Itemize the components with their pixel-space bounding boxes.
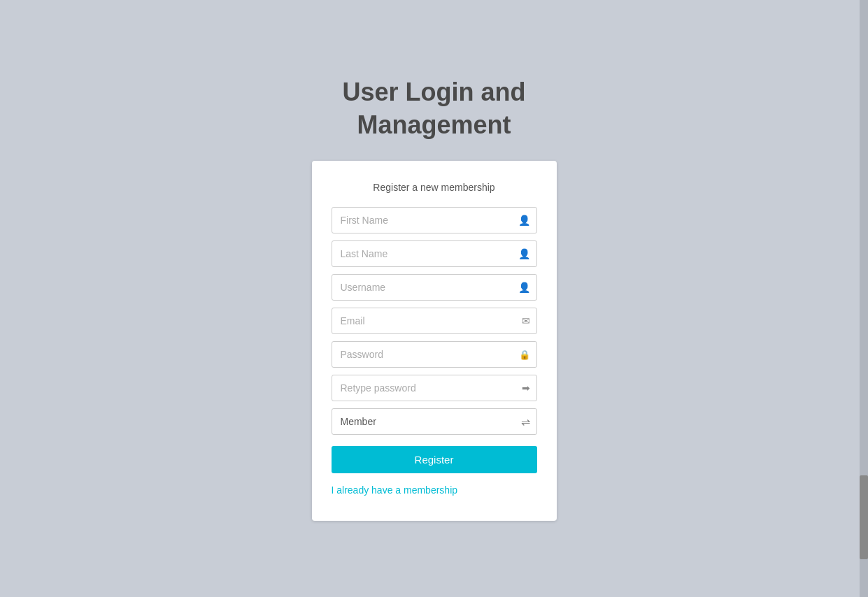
username-input[interactable] — [332, 274, 537, 301]
role-group: Member Admin Moderator — [332, 408, 537, 435]
first-name-group — [332, 207, 537, 233]
role-select[interactable]: Member Admin Moderator — [332, 408, 537, 435]
last-name-group — [332, 240, 537, 267]
login-link[interactable]: I already have a membership — [332, 484, 537, 496]
username-group — [332, 274, 537, 301]
registration-card: Register a new membership Member Admin M… — [312, 161, 557, 521]
retype-password-group — [332, 375, 537, 401]
last-name-input[interactable] — [332, 240, 537, 267]
email-input[interactable] — [332, 308, 537, 334]
register-button[interactable]: Register — [332, 446, 537, 473]
retype-password-input[interactable] — [332, 375, 537, 401]
page-title: User Login and Management — [342, 76, 525, 142]
password-group — [332, 341, 537, 368]
email-group — [332, 308, 537, 334]
card-subtitle: Register a new membership — [332, 182, 537, 193]
password-input[interactable] — [332, 341, 537, 368]
scrollbar-thumb[interactable] — [860, 475, 868, 559]
first-name-input[interactable] — [332, 207, 537, 233]
scrollbar[interactable] — [860, 0, 868, 597]
